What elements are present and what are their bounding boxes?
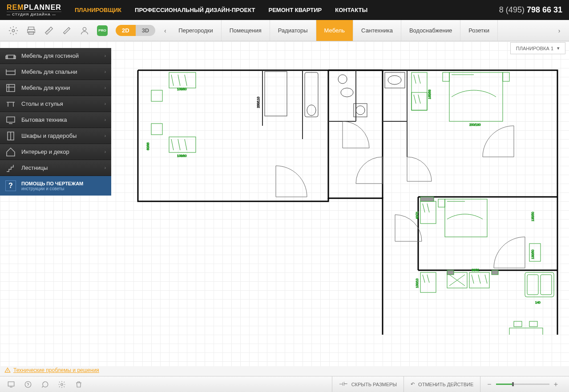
svg-point-79	[25, 381, 31, 388]
zoom-out-button[interactable]: −	[487, 380, 491, 388]
chevron-right-icon: ›	[105, 165, 106, 170]
nav-design-project[interactable]: ПРОФЕССИОНАЛЬНЫЙ ДИЗАЙН-ПРОЕКТ	[135, 7, 255, 13]
svg-text:40/71: 40/71	[416, 211, 419, 219]
svg-rect-8	[169, 137, 196, 152]
table-icon	[5, 99, 16, 109]
print-icon[interactable]	[25, 24, 37, 37]
svg-point-18	[356, 106, 365, 115]
header: REMPLANNER — СТУДИЯ ДИЗАЙНА — ПЛАНИРОВЩИ…	[0, 0, 569, 20]
svg-text:135/50: 135/50	[531, 212, 534, 221]
scroll-left-icon[interactable]: ‹	[160, 22, 170, 40]
svg-text:100/10: 100/10	[416, 278, 419, 288]
tech-problems-link[interactable]: Технические проблемы и решения	[4, 367, 99, 373]
nav-renovation[interactable]: РЕМОНТ КВАРТИР	[268, 7, 322, 13]
svg-rect-41	[525, 272, 554, 297]
sidebar-item-bedroom[interactable]: Мебель для спальни›	[0, 64, 111, 80]
help-icon[interactable]	[21, 378, 35, 391]
person-icon[interactable]	[78, 24, 91, 37]
svg-rect-76	[7, 117, 15, 122]
svg-rect-42	[527, 275, 538, 295]
pro-badge[interactable]: PRO	[97, 25, 108, 36]
help-title: ПОМОЩЬ ПО ЧЕРТЕЖАМ	[21, 181, 83, 186]
trash-icon[interactable]	[72, 378, 85, 391]
wardrobe-icon	[5, 131, 16, 141]
sidebar-item-decor[interactable]: Интерьер и декор›	[0, 144, 111, 160]
svg-rect-78	[8, 382, 14, 386]
floorplan[interactable]: 109/80 109/80 60/86 200/110 165/68	[133, 68, 561, 335]
tab-furniture[interactable]: Мебель	[316, 20, 354, 41]
view-toggle: 2D 3D	[116, 25, 155, 36]
svg-rect-7	[169, 72, 196, 88]
undo-label: ОТМЕНИТЬ ДЕЙСТВИЕ	[418, 382, 473, 387]
svg-text:140: 140	[535, 301, 541, 304]
ruler-small-icon: ⊣⊢	[339, 381, 348, 387]
phone-main: 798 66 31	[527, 5, 562, 14]
svg-text:165/68: 165/68	[428, 89, 431, 99]
tab-water[interactable]: Водоснабжение	[401, 20, 460, 41]
tab-plumbing[interactable]: Сантехника	[353, 20, 401, 41]
zoom-in-button[interactable]: +	[554, 380, 558, 388]
tab-radiators[interactable]: Радиаторы	[270, 20, 316, 41]
sofa-icon	[5, 51, 16, 61]
layout-selector[interactable]: ПЛАНИРОВКА 1 ▾	[510, 42, 565, 54]
svg-point-0	[12, 29, 15, 32]
tools-icon[interactable]	[61, 24, 73, 37]
svg-rect-12	[265, 72, 287, 116]
svg-text:200/180: 200/180	[469, 123, 480, 126]
stairs-icon	[5, 163, 16, 173]
zoom-control: − +	[480, 376, 565, 392]
view-2d-button[interactable]: 2D	[116, 25, 136, 36]
sidebar-item-wardrobes[interactable]: Шкафы и гардеробы›	[0, 128, 111, 144]
sidebar-label: Мебель для спальни	[21, 68, 105, 75]
svg-text:130/50: 130/50	[531, 249, 534, 259]
sidebar-item-kitchen[interactable]: Мебель для кухни›	[0, 80, 111, 96]
sidebar-label: Лестницы	[21, 164, 105, 171]
undo-button[interactable]: ↶ ОТМЕНИТЬ ДЕЙСТВИЕ	[404, 376, 480, 392]
svg-text:200/110: 200/110	[257, 97, 260, 108]
svg-text:109/80: 109/80	[177, 88, 187, 91]
svg-rect-46	[514, 321, 522, 327]
view-3d-button[interactable]: 3D	[136, 25, 156, 36]
chevron-down-icon: ▾	[557, 45, 560, 51]
svg-text:60/86: 60/86	[146, 142, 149, 150]
phone-number: 8 (495) 798 66 31	[499, 5, 562, 15]
sidebar-item-appliances[interactable]: Бытовая техника›	[0, 112, 111, 128]
settings-icon[interactable]	[7, 24, 20, 37]
sidebar-label: Мебель для кухни	[21, 84, 105, 91]
gear-icon[interactable]	[55, 378, 69, 391]
scroll-right-icon[interactable]: ›	[554, 22, 565, 40]
svg-rect-45	[509, 328, 543, 335]
logo-text: REMPLANNER	[7, 4, 61, 12]
svg-rect-68	[420, 197, 434, 201]
svg-rect-1	[28, 27, 34, 29]
sidebar-item-living[interactable]: Мебель для гостиной›	[0, 48, 111, 64]
tab-walls[interactable]: Перегородки	[170, 20, 221, 41]
chevron-right-icon: ›	[105, 85, 106, 90]
svg-rect-26	[443, 72, 449, 81]
svg-rect-69	[447, 270, 454, 275]
svg-rect-47	[529, 321, 537, 327]
category-tabs: Перегородки Помещения Радиаторы Мебель С…	[170, 20, 554, 41]
nav-planner[interactable]: ПЛАНИРОВЩИК	[75, 7, 121, 13]
chevron-right-icon: ›	[105, 149, 106, 154]
sidebar-item-stairs[interactable]: Лестницы›	[0, 160, 111, 176]
chat-icon[interactable]	[38, 378, 52, 391]
nav-contacts[interactable]: КОНТАКТЫ	[335, 7, 367, 13]
logo[interactable]: REMPLANNER — СТУДИЯ ДИЗАЙНА —	[7, 4, 61, 16]
tab-sockets[interactable]: Розетки	[460, 20, 498, 41]
logo-planner: PLANNER	[24, 4, 61, 11]
sidebar-item-tables[interactable]: Столы и стулья›	[0, 96, 111, 112]
screen-icon[interactable]	[4, 378, 18, 391]
svg-rect-6	[151, 124, 162, 135]
zoom-slider[interactable]	[496, 384, 549, 385]
chevron-right-icon: ›	[105, 53, 106, 58]
undo-icon: ↶	[411, 381, 415, 387]
tab-rooms[interactable]: Помещения	[222, 20, 270, 41]
sidebar-help[interactable]: ? ПОМОЩЬ ПО ЧЕРТЕЖАМ инструкции и советы	[0, 176, 111, 196]
ruler-icon[interactable]	[43, 24, 55, 37]
sidebar-label: Мебель для гостиной	[21, 52, 105, 59]
question-icon: ?	[5, 180, 16, 191]
svg-text:88/61: 88/61	[472, 268, 480, 272]
svg-text:109/80: 109/80	[177, 154, 187, 157]
hide-dimensions-button[interactable]: ⊣⊢ СКРЫТЬ РАЗМЕРЫ	[332, 376, 404, 392]
